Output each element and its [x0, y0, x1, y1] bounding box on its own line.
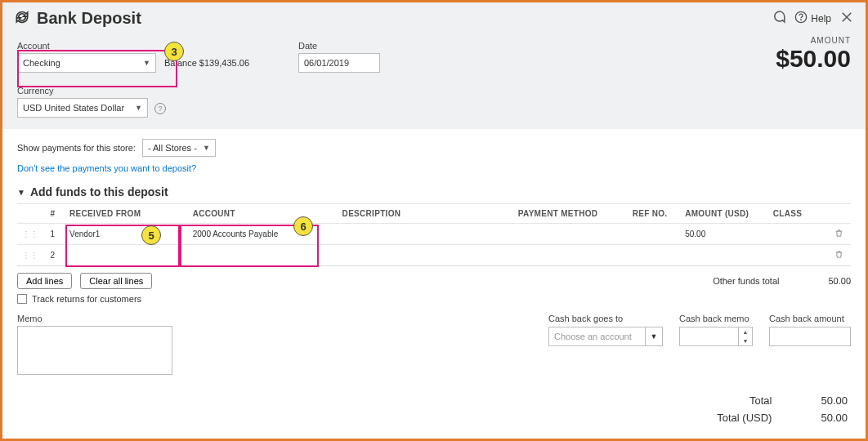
close-icon[interactable] [839, 10, 854, 27]
account-select[interactable]: Checking ▼ [17, 53, 156, 73]
svg-point-1 [801, 20, 802, 20]
add-lines-button[interactable]: Add lines [17, 273, 72, 289]
clear-lines-button[interactable]: Clear all lines [80, 273, 152, 289]
class-cell[interactable] [768, 245, 830, 266]
received-from-cell[interactable]: Vendor1 [65, 224, 188, 245]
cashback-memo-label: Cash back memo [679, 314, 753, 323]
balance-value: $139,435.06 [199, 58, 249, 68]
track-returns-checkbox[interactable] [17, 294, 27, 304]
currency-select[interactable]: USD United States Dollar ▼ [17, 98, 148, 118]
total-usd-value: 50.00 [821, 412, 848, 424]
amount-value: $50.00 [776, 45, 851, 73]
ref-cell[interactable] [628, 224, 681, 245]
page-title: Bank Deposit [37, 9, 141, 28]
cashback-amount-label: Cash back amount [769, 314, 851, 323]
collapse-icon[interactable]: ▼ [17, 188, 25, 197]
funds-table: # RECEIVED FROM ACCOUNT DESCRIPTION PAYM… [17, 203, 851, 266]
account-cell[interactable] [188, 245, 338, 266]
total-value: 50.00 [821, 394, 848, 407]
cashback-amount-input[interactable] [769, 327, 851, 346]
store-select[interactable]: - All Stores - ▼ [142, 139, 216, 157]
amount-cell[interactable] [680, 245, 768, 266]
payment-cell[interactable] [513, 224, 628, 245]
chevron-down-icon[interactable]: ▼ [739, 336, 752, 345]
track-returns-label: Track returns for customers [32, 294, 141, 304]
other-funds-label: Other funds total [713, 276, 779, 286]
drag-handle-icon[interactable]: ⋮⋮ [17, 224, 45, 245]
account-cell[interactable]: 2000 Accounts Payable [188, 224, 338, 245]
chevron-down-icon: ▼ [203, 144, 210, 152]
currency-label: Currency [17, 86, 148, 96]
amount-label: AMOUNT [776, 36, 851, 45]
chevron-down-icon: ▼ [645, 327, 663, 346]
account-label: Account [17, 41, 156, 51]
table-header: # RECEIVED FROM ACCOUNT DESCRIPTION PAYM… [17, 204, 851, 224]
account-value: Checking [23, 58, 60, 68]
help-button[interactable]: Help [794, 11, 831, 26]
table-row[interactable]: ⋮⋮ 1 Vendor1 2000 Accounts Payable 50.00 [17, 224, 851, 245]
class-cell[interactable] [768, 224, 830, 245]
chevron-down-icon: ▼ [143, 59, 150, 67]
recycle-icon [14, 9, 30, 28]
cashback-account-select[interactable]: Choose an account ▼ [548, 327, 663, 346]
info-icon[interactable]: ? [154, 103, 166, 114]
ref-cell[interactable] [628, 245, 681, 266]
store-label: Show payments for this store: [17, 143, 136, 153]
payment-cell[interactable] [513, 245, 628, 266]
section-title: ▼ Add funds to this deposit [17, 185, 851, 198]
help-label: Help [811, 13, 831, 24]
balance-label: Balance [164, 58, 197, 68]
chat-icon[interactable] [772, 10, 786, 27]
chevron-down-icon: ▼ [135, 104, 142, 112]
table-row[interactable]: ⋮⋮ 2 [17, 245, 851, 266]
description-cell[interactable] [338, 224, 513, 245]
missing-payments-link[interactable]: Don't see the payments you want to depos… [17, 163, 196, 173]
description-cell[interactable] [338, 245, 513, 266]
date-input[interactable]: 06/01/2019 [298, 53, 380, 73]
date-label: Date [298, 41, 380, 51]
trash-icon[interactable] [830, 245, 851, 266]
total-label: Total [673, 394, 772, 407]
cashback-memo-input[interactable]: ▲▼ [679, 327, 753, 346]
drag-handle-icon[interactable]: ⋮⋮ [17, 245, 45, 266]
trash-icon[interactable] [830, 224, 851, 245]
memo-textarea[interactable] [17, 326, 172, 375]
memo-label: Memo [17, 314, 172, 323]
help-icon [794, 11, 808, 26]
other-funds-value: 50.00 [828, 276, 851, 286]
cashback-goes-label: Cash back goes to [548, 314, 663, 323]
total-usd-label: Total (USD) [673, 412, 772, 424]
chevron-up-icon[interactable]: ▲ [739, 327, 752, 336]
received-from-cell[interactable] [65, 245, 188, 266]
amount-cell[interactable]: 50.00 [680, 224, 768, 245]
